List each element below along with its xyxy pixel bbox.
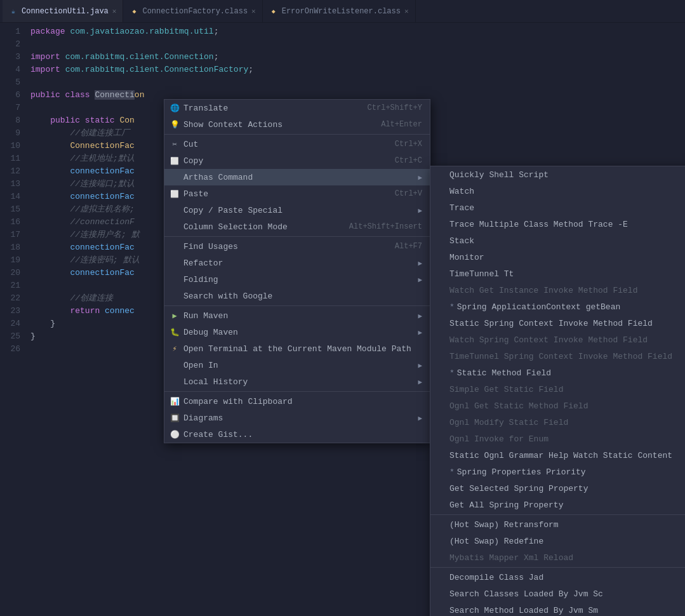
menu-item-compare-clipboard[interactable]: 📊 Compare with Clipboard [164,393,430,410]
get-all-spring-label: Get All Spring Property [449,500,685,510]
cut-icon: ✂ [170,139,180,149]
tab-label: ConnectionFactory.class [142,7,248,16]
menu-item-cut[interactable]: ✂ Cut Ctrl+X [164,136,430,152]
copy-icon: ⬜ [170,156,180,166]
submenu-item-spring-props-priority[interactable]: * Spring Properties Priority [430,464,685,480]
submenu-item-ognl-enum[interactable]: Ognl Invoke for Enum [430,431,685,447]
submenu-item-timetunnel[interactable]: TimeTunnel Tt [430,265,685,282]
separator-1 [164,134,430,135]
static-method-field-label: Static Method Field [457,368,685,378]
submenu-item-get-all-spring[interactable]: Get All Spring Property [430,497,685,513]
submenu-item-monitor[interactable]: Monitor [430,249,685,265]
submenu-item-hotswap-redefine[interactable]: (Hot Swap) Redefine [430,533,685,549]
submenu-item-watch-spring[interactable]: Watch Spring Context Invoke Method Field [430,331,685,348]
submenu-item-spring-appctx[interactable]: * Spring ApplicationContext getBean [430,298,685,315]
menu-item-copy[interactable]: ⬜ Copy Ctrl+C [164,152,430,169]
submenu-item-ognl-get-static[interactable]: Ognl Get Static Method Field [430,398,685,414]
line-numbers: 12345 678910 1112131415 1617181920 21222… [0,23,25,616]
menu-item-diagrams[interactable]: 🔲 Diagrams ▶ [164,410,430,426]
submenu-item-hotswap-retransform[interactable]: (Hot Swap) Retransform [430,516,685,533]
menu-item-arthas[interactable]: Arthas Command ▶ Quickly Shell Script Wa… [164,169,430,185]
submenu-item-timetunnel-spring[interactable]: TimeTunnel Spring Context Invoke Method … [430,348,685,365]
submenu-item-quickly-shell[interactable]: Quickly Shell Script [430,166,685,183]
menu-item-debug-maven[interactable]: 🐛 Debug Maven ▶ [164,324,430,340]
submenu-item-static-ognl-grammar[interactable]: Static Ognl Grammar Help Watch Static Co… [430,447,685,464]
tab-erroronwritelistener[interactable]: ◆ ErrorOnWriteListener.class ✕ [263,0,416,22]
menu-item-paste[interactable]: ⬜ Paste Ctrl+V [164,185,430,202]
local-history-label: Local History [183,377,418,387]
search-method-label: Search Method Loaded By Jvm Sm [449,606,685,615]
menu-item-translate[interactable]: 🌐 Translate Ctrl+Shift+Y [164,100,430,116]
submenu-item-watch[interactable]: Watch [430,183,685,199]
submenu-item-trace[interactable]: Trace [430,199,685,216]
menu-item-context-actions[interactable]: 💡 Show Context Actions Alt+Enter [164,116,430,133]
editor-area: 12345 678910 1112131415 1617181920 21222… [0,23,685,616]
submenu-item-simple-get-static[interactable]: Simple Get Static Field [430,381,685,398]
menu-item-open-terminal[interactable]: ⚡ Open Terminal at the Current Maven Mod… [164,340,430,357]
menu-item-column-selection[interactable]: Column Selection Mode Alt+Shift+Insert [164,218,430,235]
submenu-item-stack[interactable]: Stack [430,232,685,249]
submenu-sep-2 [430,567,685,568]
watch-label: Watch [449,187,685,196]
menu-item-search-google[interactable]: Search with Google [164,288,430,304]
tab-connectionfactory[interactable]: ◆ ConnectionFactory.class ✕ [123,0,262,22]
copy-shortcut: Ctrl+C [395,156,422,165]
quickly-shell-label: Quickly Shell Script [449,170,685,180]
open-terminal-label: Open Terminal at the Current Maven Modul… [183,344,422,354]
column-selection-label: Column Selection Mode [183,222,330,232]
code-line-2 [30,38,680,51]
translate-icon: 🌐 [170,103,180,113]
menu-item-folding[interactable]: Folding ▶ [164,271,430,288]
column-selection-icon [170,222,180,232]
column-selection-shortcut: Alt+Shift+Insert [349,222,422,231]
search-google-icon [170,291,180,301]
menu-item-copy-paste-special[interactable]: Copy / Paste Special ▶ [164,202,430,218]
refactor-label: Refactor [183,258,418,268]
simple-get-static-label: Simple Get Static Field [449,385,685,394]
copy-paste-arrow: ▶ [418,206,422,215]
submenu-item-watch-get-instance[interactable]: Watch Get Instance Invoke Method Field [430,282,685,298]
submenu-item-decompile[interactable]: Decompile Class Jad [430,569,685,586]
submenu-item-static-spring[interactable]: Static Spring Context Invoke Method Fiel… [430,315,685,331]
submenu-item-get-selected-spring[interactable]: Get Selected Spring Property [430,480,685,497]
star-icon: * [449,302,455,312]
run-maven-arrow: ▶ [418,312,422,320]
code-line-3: import com.rabbitmq.client.Connection; [30,51,680,64]
submenu-item-search-method[interactable]: Search Method Loaded By Jvm Sm [430,602,685,616]
submenu-item-static-method-field[interactable]: * Static Method Field [430,365,685,381]
tab-close-button[interactable]: ✕ [251,7,256,15]
separator-4 [164,391,430,392]
context-actions-label: Show Context Actions [183,120,362,130]
open-in-arrow: ▶ [418,361,422,370]
mybatis-label: Mybatis Mapper Xml Reload [449,553,685,563]
debug-maven-label: Debug Maven [183,328,418,337]
menu-item-run-maven[interactable]: ▶ Run Maven ▶ [164,307,430,324]
tab-connectionutil[interactable]: ☕ ConnectionUtil.java ✕ [3,0,123,22]
trace-multi-label: Trace Multiple Class Method Trace -E [449,220,685,229]
submenu-item-ognl-modify[interactable]: Ognl Modify Static Field [430,414,685,431]
menu-item-refactor[interactable]: Refactor ▶ [164,255,430,271]
find-usages-icon [170,241,180,251]
menu-item-local-history[interactable]: Local History ▶ [164,373,430,390]
spring-props-priority-label: Spring Properties Priority [457,467,685,477]
debug-maven-arrow: ▶ [418,328,422,337]
tab-close-button[interactable]: ✕ [112,7,117,15]
paste-label: Paste [183,189,376,199]
arthas-submenu: Quickly Shell Script Watch Trace Trace M… [430,166,685,616]
menu-item-find-usages[interactable]: Find Usages Alt+F7 [164,238,430,255]
timetunnel-label: TimeTunnel Tt [449,269,685,279]
find-usages-label: Find Usages [183,242,376,251]
menu-item-create-gist[interactable]: ⚪ Create Gist... [164,426,430,443]
create-gist-label: Create Gist... [183,430,422,439]
open-in-icon [170,360,180,370]
tab-close-button[interactable]: ✕ [404,7,409,15]
submenu-item-mybatis[interactable]: Mybatis Mapper Xml Reload [430,549,685,566]
submenu-item-trace-multi[interactable]: Trace Multiple Class Method Trace -E [430,216,685,232]
menu-item-open-in[interactable]: Open In ▶ [164,357,430,373]
folding-arrow: ▶ [418,276,422,284]
submenu-item-search-classes[interactable]: Search Classes Loaded By Jvm Sc [430,586,685,602]
ognl-get-static-label: Ognl Get Static Method Field [449,401,685,411]
code-line-4: import com.rabbitmq.client.ConnectionFac… [30,64,680,76]
search-classes-label: Search Classes Loaded By Jvm Sc [449,589,685,599]
cut-shortcut: Ctrl+X [395,140,422,149]
